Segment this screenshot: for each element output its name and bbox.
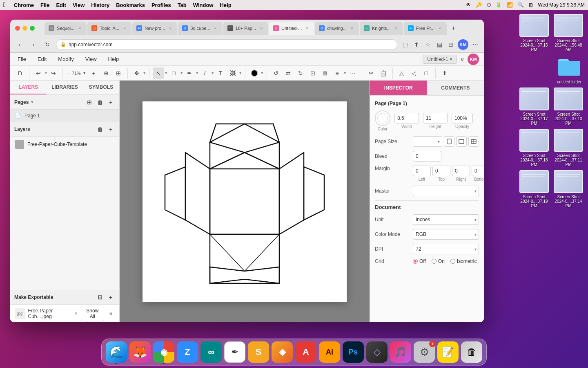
tab-freepr[interactable]: F Free Pr... × <box>404 22 447 35</box>
page-grid-btn[interactable] <box>468 136 479 147</box>
tab-close-freepr[interactable]: × <box>437 25 443 31</box>
add-export-btn[interactable]: + <box>106 293 115 302</box>
dock-app-settings[interactable]: ⚙ 1 <box>414 341 435 363</box>
apple-menu[interactable]:  <box>3 1 6 9</box>
dock-app-trash[interactable]: 🗑 <box>461 341 482 363</box>
window-close[interactable] <box>15 26 20 31</box>
bleed-input[interactable] <box>413 151 441 162</box>
tab-close-knights[interactable]: × <box>393 25 399 31</box>
more-btn[interactable]: ⋯ <box>347 67 359 79</box>
menu-bookmarks[interactable]: Bookmarks <box>116 2 145 8</box>
panel-tab-symbols[interactable]: SYMBOLS <box>83 81 119 94</box>
shape-tool-btn[interactable]: □ <box>168 67 180 79</box>
profile-badge[interactable]: KM <box>458 39 468 50</box>
menu-edit[interactable]: Edit <box>56 2 66 8</box>
dock-app-chrome[interactable]: ◉ <box>153 341 174 363</box>
toggle-btn[interactable]: ⊞ <box>85 98 94 107</box>
pages-chevron[interactable]: ▾ <box>31 99 33 105</box>
dock-app-illustrator[interactable]: Ai <box>319 341 340 363</box>
pen-tool-btn[interactable]: ✒ <box>184 67 195 79</box>
tab-close-untitled[interactable]: × <box>304 25 310 31</box>
dock-app-acrobat[interactable]: A <box>295 341 316 363</box>
menu-help[interactable]: Help <box>220 2 231 8</box>
tab-topic[interactable]: ⬡ Topic: A... × <box>87 22 131 35</box>
delete-layer-btn[interactable]: 🗑 <box>96 125 105 134</box>
tab-drawing[interactable]: G drawing... × <box>315 22 359 35</box>
dock-app-corel[interactable]: ◈ <box>272 341 293 363</box>
add-layer-btn[interactable]: + <box>106 125 115 134</box>
dock-app-notes[interactable]: 📝 <box>437 341 459 363</box>
color-mode-select-wrap[interactable]: RGB CMYK Grayscale <box>413 229 479 240</box>
unit-select-wrap[interactable]: Inches Pixels Centimeters Millimeters <box>413 214 479 225</box>
tab-untitled[interactable]: U Untitled-... × <box>269 22 314 35</box>
dock-app-scrivener[interactable]: S <box>248 341 269 363</box>
bool-union-btn[interactable]: △ <box>396 67 408 79</box>
zoom-add-btn[interactable]: + <box>88 67 100 79</box>
delete-page-btn[interactable]: 🗑 <box>96 98 105 107</box>
tab-close-newpro[interactable]: × <box>167 25 173 31</box>
grid-off-option[interactable]: Off <box>413 258 426 264</box>
page-size-select-wrap[interactable] <box>413 136 442 147</box>
app-menu-file[interactable]: File <box>15 54 29 64</box>
panel-tab-libraries[interactable]: LIBRARIES <box>47 81 83 94</box>
inspector-tab-comments[interactable]: COMMENTS <box>427 81 484 95</box>
add-page-btn[interactable]: + <box>106 98 115 107</box>
window-maximize[interactable] <box>30 26 35 31</box>
cut-btn[interactable]: ✂ <box>365 67 377 79</box>
page-item-1[interactable]: 📄 Page 1 <box>10 110 119 122</box>
rotate-right-btn[interactable]: ↻ <box>295 67 306 79</box>
paste-btn[interactable]: 📋 <box>378 67 389 79</box>
new-doc-btn[interactable]: 🗋 <box>14 67 26 79</box>
share-icon[interactable]: ⬆ <box>412 40 421 49</box>
width-input[interactable] <box>394 113 419 123</box>
menu-view[interactable]: View <box>73 2 85 8</box>
pan-tool-btn[interactable]: ✥ <box>131 67 143 79</box>
menu-file[interactable]: File <box>40 2 49 8</box>
tab-close-18paper[interactable]: × <box>258 25 264 31</box>
tab-newpro[interactable]: N New pro... × <box>132 22 177 35</box>
app-menu-help[interactable]: Help <box>106 54 122 64</box>
split-view-icon[interactable]: ⊟ <box>446 40 455 49</box>
tab-close-drawing[interactable]: × <box>349 25 355 31</box>
desktop-icon-folder[interactable]: untitled folder <box>555 55 584 84</box>
page-portrait-btn[interactable] <box>444 136 454 147</box>
color-swatch[interactable] <box>375 110 390 126</box>
tab-18paper[interactable]: T 18+ Pap... × <box>223 22 268 35</box>
margin-top-input[interactable] <box>432 166 450 176</box>
dpi-select[interactable]: 72 96 150 300 <box>413 244 479 254</box>
dock-app-photoshop[interactable]: Ps <box>343 341 364 363</box>
canvas-area[interactable] <box>120 81 370 322</box>
dock-app-zoom[interactable]: Z <box>177 341 198 363</box>
unit-select[interactable]: Inches Pixels Centimeters Millimeters <box>413 214 479 225</box>
redo-btn[interactable]: ↪ <box>48 67 59 79</box>
master-select[interactable] <box>413 186 479 196</box>
more-options-icon[interactable]: ⋯ <box>471 40 480 49</box>
search-icon[interactable]: 🔍 <box>518 2 524 8</box>
color-mode-select[interactable]: RGB CMYK Grayscale <box>413 229 479 240</box>
tab-close-sequoia[interactable]: × <box>77 25 82 31</box>
transform2-btn[interactable]: ⊠ <box>319 67 331 79</box>
desktop-icon-screenshot2[interactable]: Screen Shot2024-0....56.48 AM <box>553 14 584 52</box>
back-button[interactable]: ‹ <box>14 39 25 50</box>
app-menu-chrome[interactable]: Chrome <box>14 2 34 8</box>
address-bar[interactable]: 🔒 app.corelvector.com <box>56 39 397 50</box>
tab-sequoia[interactable]: S Sequoi... × <box>45 22 87 35</box>
app-menu-modify[interactable]: Modify <box>56 54 76 64</box>
desktop-icon-screenshot5[interactable]: Screen Shot2024-0....37.18 PM <box>519 129 550 167</box>
export-btn[interactable]: ⬆ <box>439 67 450 79</box>
rotate-left-btn[interactable]: ↺ <box>270 67 282 79</box>
forward-button[interactable]: › <box>28 39 39 50</box>
page-size-select[interactable] <box>413 136 442 147</box>
flip-h-btn[interactable]: ⇄ <box>283 67 294 79</box>
menu-window[interactable]: Window <box>193 2 214 8</box>
grid-off-radio[interactable] <box>413 259 418 264</box>
bool-subtract-btn[interactable]: ◁ <box>408 67 420 79</box>
control-center-icon[interactable]: ⊞ <box>529 2 533 8</box>
window-minimize[interactable] <box>22 26 27 31</box>
app-menu-view[interactable]: View <box>83 54 99 64</box>
grid-isometric-radio[interactable] <box>450 259 455 264</box>
inspector-tab-inspector[interactable]: INSPECTOR <box>370 81 427 95</box>
dock-app-finder[interactable]: 🌊 <box>106 341 127 363</box>
tab-3dcube[interactable]: G 3d cube... × <box>178 22 222 35</box>
doc-title[interactable]: Untitled-1 × <box>423 55 457 64</box>
